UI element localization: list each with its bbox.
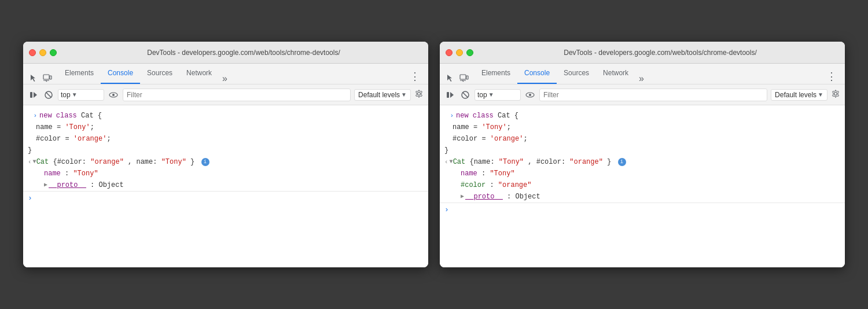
console-line-8-right[interactable]: ▶ __proto__ : Object: [456, 191, 845, 203]
filter-input-right[interactable]: [539, 89, 767, 101]
close-button-left[interactable]: [29, 49, 36, 56]
context-selector-value-right: top: [477, 91, 487, 99]
console-line-6-right: name : "Tony": [456, 168, 845, 179]
prop-name-left: name =: [36, 123, 65, 131]
toolbar-right: top ▼ Default levels ▼: [440, 84, 845, 105]
class-name-left: Cat {: [81, 112, 102, 120]
svg-rect-12: [466, 76, 468, 79]
console-line-1-left: › new class Cat {: [23, 110, 428, 122]
minimize-button-left[interactable]: [39, 49, 46, 56]
console-line-7-right: #color : "orange": [456, 179, 845, 191]
output-arrow-right: ‹: [444, 157, 448, 167]
block-icon-left[interactable]: [43, 89, 54, 101]
tab-sources-right[interactable]: Sources: [557, 63, 596, 84]
tabs-right: Elements Console Sources Network »: [475, 63, 823, 84]
tab-console-left[interactable]: Console: [101, 63, 140, 84]
prompt-arrow-right: ›: [444, 205, 449, 214]
levels-label-left: Default levels: [358, 91, 400, 99]
levels-chevron-left: ▼: [401, 91, 407, 98]
tab-sources-left[interactable]: Sources: [140, 63, 179, 84]
svg-marker-5: [34, 92, 37, 98]
traffic-lights-right: [446, 49, 473, 56]
maximize-button-right[interactable]: [466, 49, 473, 56]
levels-dropdown-left[interactable]: Default levels ▼: [354, 89, 411, 101]
window-title-left: DevTools - developers.google.com/web/too…: [65, 49, 422, 57]
tab-bar-left: Elements Console Sources Network » ⋮: [23, 64, 428, 84]
context-selector-left[interactable]: top ▼: [58, 89, 104, 101]
tab-bar-tools-right: [444, 72, 470, 84]
input-arrow-1-left: ›: [28, 111, 39, 121]
console-line-3-right: #color = 'orange';: [448, 133, 845, 145]
context-selector-right[interactable]: top ▼: [475, 89, 521, 101]
keyword-new-left: new class: [39, 112, 77, 120]
info-icon-left[interactable]: i: [201, 158, 209, 166]
output-arrow-left: ‹: [28, 157, 32, 167]
tab-network-right[interactable]: Network: [596, 63, 635, 84]
console-line-1-right: › new class Cat {: [440, 110, 845, 122]
close-button-right[interactable]: [446, 49, 453, 56]
svg-rect-11: [460, 75, 466, 79]
eye-icon-left[interactable]: [108, 89, 119, 101]
levels-dropdown-right[interactable]: Default levels ▼: [771, 89, 827, 101]
block-icon-right[interactable]: [459, 89, 471, 101]
prop-color-left: #color =: [36, 135, 73, 143]
tab-console-right[interactable]: Console: [517, 63, 557, 84]
settings-icon-left[interactable]: [414, 89, 424, 100]
console-area-right: › new class Cat { name = 'Tony'; #color …: [440, 105, 845, 267]
context-selector-value-left: top: [61, 91, 71, 99]
traffic-lights-left: [29, 49, 57, 56]
console-line-5-right[interactable]: ‹ ▼ Cat {name: "Tony" , #color: "orange"…: [440, 156, 845, 168]
play-icon-right[interactable]: [444, 89, 456, 101]
levels-chevron-right: ▼: [818, 91, 823, 98]
proto-expand-left[interactable]: ▶: [44, 180, 47, 190]
console-line-2-left: name = 'Tony';: [31, 122, 428, 133]
minimize-button-right[interactable]: [456, 49, 463, 56]
devtools-window-left: DevTools - developers.google.com/web/too…: [23, 42, 428, 267]
tab-bar-right-right: ⋮: [823, 69, 840, 84]
cursor-icon-right[interactable]: [444, 72, 456, 84]
console-prompt-right[interactable]: ›: [440, 203, 845, 216]
svg-point-9: [112, 94, 115, 96]
info-icon-right[interactable]: i: [618, 158, 626, 166]
tab-bar-right: Elements Console Sources Network » ⋮: [440, 64, 845, 84]
window-title-right: DevTools - developers.google.com/web/too…: [481, 49, 839, 57]
toolbar-left: top ▼ Default levels ▼: [23, 84, 428, 105]
input-arrow-1-right: ›: [444, 111, 456, 121]
eye-icon-right[interactable]: [524, 89, 536, 101]
tab-more-right[interactable]: »: [635, 73, 648, 84]
tab-elements-left[interactable]: Elements: [58, 63, 101, 84]
console-line-4-right: }: [440, 145, 845, 156]
class-name-right: Cat {: [498, 112, 518, 120]
console-line-7-left[interactable]: ▶ __proto__ : Object: [39, 179, 428, 191]
tab-elements-right[interactable]: Elements: [475, 63, 517, 84]
more-menu-icon-left[interactable]: ⋮: [406, 69, 424, 84]
device-icon-right[interactable]: [458, 72, 470, 84]
levels-label-right: Default levels: [775, 91, 816, 99]
cursor-icon-left[interactable]: [28, 72, 39, 84]
settings-icon-right[interactable]: [831, 89, 840, 100]
console-line-2-right: name = 'Tony';: [448, 122, 845, 133]
more-menu-icon-right[interactable]: ⋮: [823, 69, 840, 84]
svg-rect-1: [50, 76, 52, 79]
tab-more-left[interactable]: »: [219, 73, 231, 84]
svg-rect-15: [447, 92, 449, 98]
console-line-6-left: name : "Tony": [39, 168, 428, 179]
proto-expand-right[interactable]: ▶: [461, 192, 464, 202]
devtools-window-right: DevTools - developers.google.com/web/too…: [440, 42, 845, 267]
prompt-arrow-left: ›: [28, 194, 32, 203]
svg-point-20: [529, 94, 531, 96]
device-icon-left[interactable]: [42, 72, 53, 84]
tab-bar-right-left: ⋮: [406, 69, 424, 84]
svg-marker-16: [450, 92, 454, 98]
context-chevron-right: ▼: [488, 91, 494, 98]
svg-point-10: [418, 93, 421, 95]
title-bar-left: DevTools - developers.google.com/web/too…: [23, 42, 428, 64]
filter-input-left[interactable]: [123, 89, 351, 101]
tab-network-left[interactable]: Network: [179, 63, 219, 84]
maximize-button-left[interactable]: [50, 49, 57, 56]
svg-rect-0: [43, 75, 49, 79]
console-line-5-left[interactable]: ‹ ▼ Cat {#color: "orange" , name: "Tony"…: [23, 156, 428, 168]
console-prompt-left[interactable]: ›: [23, 191, 428, 205]
play-icon-left[interactable]: [28, 89, 39, 101]
title-bar-right: DevTools - developers.google.com/web/too…: [440, 42, 845, 64]
